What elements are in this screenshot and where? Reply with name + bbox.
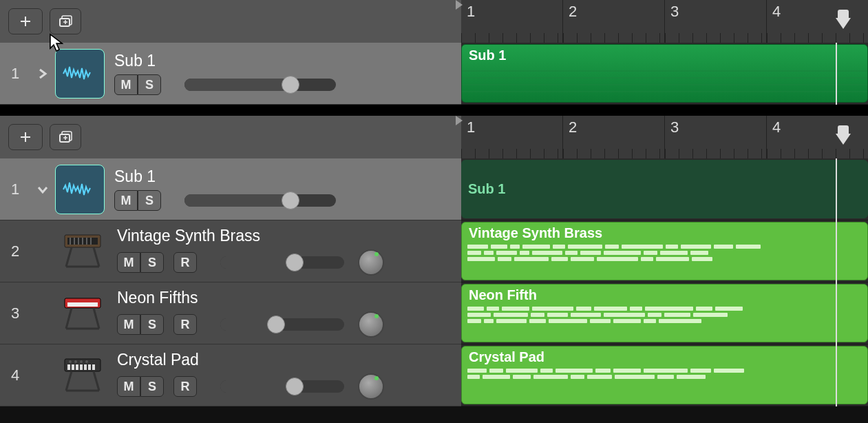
solo-button[interactable]: S — [138, 74, 161, 95]
track-number: 4 — [0, 367, 30, 384]
duplicate-track-button[interactable] — [50, 124, 81, 150]
track-name[interactable]: Neon Fifths — [117, 289, 461, 307]
pan-knob[interactable] — [358, 311, 384, 338]
ruler-marker: 2 — [562, 116, 664, 158]
instrument-icon — [58, 289, 107, 338]
track-header[interactable]: 4 Crystal Pad M S R — [0, 344, 461, 406]
ruler-marker: 3 — [664, 116, 766, 158]
svg-rect-24 — [88, 364, 91, 370]
region-label: Crystal Pad — [469, 349, 544, 364]
solo-button[interactable]: S — [138, 190, 161, 211]
solo-button[interactable]: S — [140, 252, 164, 273]
track-panel-expanded: 1 2 3 4 1 Sub 1 M — [0, 116, 868, 406]
track-header[interactable]: 1 Sub 1 M S — [0, 43, 461, 105]
track-name[interactable]: Sub 1 — [114, 167, 461, 186]
timeline-ruler[interactable]: 1 2 3 4 — [461, 0, 868, 43]
svg-rect-23 — [84, 364, 87, 370]
ruler-marker: 1 — [461, 0, 562, 43]
track-toolbar: 1 2 3 4 — [0, 0, 868, 43]
chevron-down-icon[interactable] — [36, 183, 49, 196]
region-label: Vintage Synth Brass — [469, 225, 602, 240]
record-enable-button[interactable]: R — [173, 252, 197, 273]
volume-slider[interactable] — [184, 79, 336, 91]
ruler-marker: 4 — [766, 116, 868, 158]
audio-region[interactable]: Sub 1 — [461, 44, 868, 103]
svg-rect-22 — [80, 364, 83, 370]
region-label: Sub 1 — [468, 181, 505, 197]
mute-button[interactable]: M — [114, 190, 138, 211]
add-track-button[interactable] — [8, 124, 43, 150]
ruler-marker: 4 — [766, 0, 868, 43]
svg-point-29 — [85, 360, 88, 363]
mute-button[interactable]: M — [114, 74, 138, 95]
track-header[interactable]: 3 Neon Fifths M S R — [0, 282, 461, 344]
track-number: 2 — [0, 243, 30, 260]
volume-slider[interactable] — [220, 380, 344, 393]
pan-knob[interactable] — [358, 249, 384, 276]
playhead-marker-icon[interactable] — [836, 18, 851, 29]
midi-notes-preview — [467, 307, 862, 338]
svg-rect-21 — [76, 364, 78, 370]
track-name[interactable]: Sub 1 — [114, 52, 461, 70]
track-header[interactable]: 1 Sub 1 M S — [0, 158, 461, 220]
ruler-marker: 3 — [664, 0, 766, 43]
mute-button[interactable]: M — [117, 314, 140, 335]
duplicate-track-button[interactable] — [50, 8, 81, 34]
region-label: Sub 1 — [469, 48, 506, 63]
midi-notes-preview — [467, 245, 862, 276]
track-name[interactable]: Crystal Pad — [117, 351, 461, 369]
chevron-right-icon[interactable] — [36, 68, 49, 80]
midi-notes-preview — [467, 369, 862, 400]
panel-divider — [0, 105, 868, 116]
region-label: Neon Fifth — [469, 287, 537, 302]
timeline-ruler[interactable]: 1 2 3 4 — [461, 116, 868, 158]
track-toolbar: 1 2 3 4 — [0, 116, 868, 158]
track-type-icon — [55, 165, 105, 214]
solo-button[interactable]: S — [140, 314, 164, 335]
record-enable-button[interactable]: R — [173, 376, 197, 397]
track-name[interactable]: Vintage Synth Brass — [117, 227, 461, 245]
track-number: 1 — [0, 180, 30, 198]
solo-button[interactable]: S — [140, 376, 164, 397]
playhead-line — [836, 158, 837, 406]
ruler-marker: 2 — [562, 0, 664, 43]
svg-rect-25 — [92, 364, 95, 370]
midi-region[interactable]: Crystal Pad — [461, 346, 868, 404]
svg-point-27 — [74, 360, 77, 363]
instrument-icon — [58, 351, 107, 400]
mute-button[interactable]: M — [117, 252, 140, 273]
add-track-button[interactable] — [8, 8, 43, 34]
record-enable-button[interactable]: R — [173, 314, 197, 335]
svg-rect-17 — [67, 302, 98, 307]
track-number: 1 — [0, 65, 30, 83]
volume-slider[interactable] — [220, 318, 344, 331]
instrument-icon — [58, 227, 107, 276]
folder-region[interactable]: Sub 1 — [461, 160, 868, 218]
pan-knob[interactable] — [358, 373, 384, 400]
mute-button[interactable]: M — [117, 376, 140, 397]
track-number: 3 — [0, 305, 30, 322]
svg-rect-20 — [72, 364, 74, 370]
svg-rect-19 — [67, 364, 70, 370]
playhead-line — [836, 43, 837, 105]
midi-region[interactable]: Neon Fifth — [461, 284, 868, 342]
svg-point-26 — [69, 360, 72, 363]
track-type-icon — [55, 49, 105, 99]
ruler-marker: 1 — [461, 116, 562, 158]
svg-point-28 — [80, 360, 83, 363]
playhead-marker-icon[interactable] — [836, 134, 851, 145]
track-panel-collapsed: 1 2 3 4 1 Sub 1 M — [0, 0, 868, 105]
volume-slider[interactable] — [184, 194, 336, 207]
volume-slider[interactable] — [220, 256, 344, 269]
track-header[interactable]: 2 Vintage Synth Brass M S R — [0, 220, 461, 282]
midi-region[interactable]: Vintage Synth Brass — [461, 222, 868, 280]
